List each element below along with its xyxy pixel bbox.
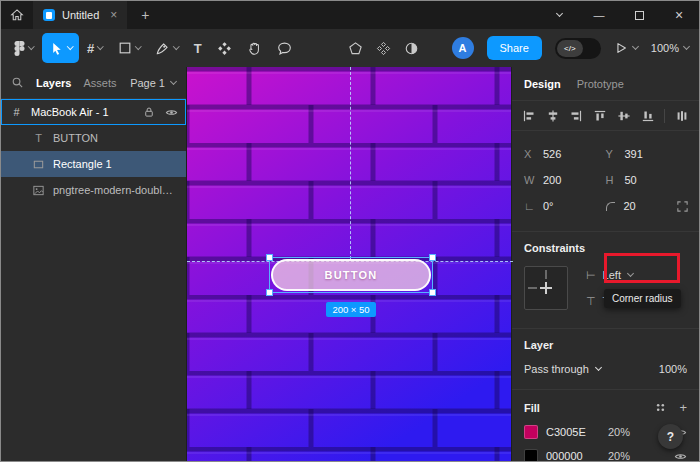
rectangle-layer-icon [31,158,46,171]
window-close-button[interactable]: × [659,1,699,29]
mask-button[interactable] [404,41,419,56]
h-label: H [606,174,616,186]
y-position-field[interactable]: Y 391 [606,148,688,160]
resize-handle-bottom-left[interactable] [266,289,273,296]
text-tool-button[interactable]: T [187,33,209,63]
layer-name: MacBook Air - 1 [31,106,136,118]
window-maximize-button[interactable] [619,1,659,29]
align-bottom-icon[interactable] [641,109,655,123]
lock-icon[interactable] [143,106,155,119]
layer-row-macbook-air[interactable]: # MacBook Air - 1 [1,99,186,125]
play-icon [614,41,628,55]
layer-row-button-text[interactable]: T BUTTON [1,125,186,151]
x-position-field[interactable]: X 526 [524,148,606,160]
shape-tool-button[interactable] [111,33,148,63]
layer-section: Layer Pass through 100% [512,328,699,389]
tab-close-icon[interactable]: × [110,8,117,22]
add-fill-icon[interactable]: + [679,400,687,415]
y-label: Y [606,148,616,160]
height-field[interactable]: H 50 [606,174,688,186]
rectangle-tool-icon [118,41,132,55]
rotation-field[interactable]: ∟ 0° [524,200,606,212]
fill-hex-value[interactable]: C3005E [546,426,608,438]
layer-name: BUTTON [53,132,178,144]
styles-icon[interactable] [654,401,667,414]
frame-tool-button[interactable]: # [80,33,110,63]
move-tool-button[interactable] [42,33,80,63]
layer-name: Rectangle 1 [53,158,178,170]
help-button[interactable]: ? [658,424,683,449]
file-tab-title: Untitled [62,9,99,21]
layer-row-image[interactable]: pngtree-modern-double-color... [1,177,186,203]
pen-tool-button[interactable] [148,33,186,63]
corner-radius-icon [606,202,615,211]
layer-section-title: Layer [524,339,687,351]
alignment-divider [664,109,665,123]
blend-mode-value: Pass through [524,363,589,375]
color-swatch[interactable] [524,425,538,439]
create-component-button[interactable] [376,41,391,56]
w-label: W [524,174,534,186]
eye-icon[interactable] [165,106,178,119]
color-swatch[interactable] [524,449,538,462]
constraints-widget[interactable] [524,266,568,310]
annotation-highlight-box [604,253,680,283]
resize-handle-top-left[interactable] [266,254,273,261]
dev-mode-toggle[interactable]: </> [555,38,601,59]
zoom-menu[interactable]: 100% [651,42,689,54]
align-left-icon[interactable] [522,109,536,123]
search-icon[interactable] [11,76,24,89]
fill-row-2[interactable]: 000000 20% [524,449,687,462]
resize-handle-bottom-right[interactable] [429,289,436,296]
figma-logo-icon [14,41,25,56]
fill-opacity-value[interactable]: 20% [608,450,630,462]
selection-outline [269,257,433,293]
width-field[interactable]: W 200 [524,174,606,186]
layer-row-rectangle-1[interactable]: Rectangle 1 [1,151,186,177]
hand-tool-button[interactable] [240,33,269,63]
resize-handle-top-right[interactable] [429,254,436,261]
fill-opacity-value[interactable]: 20% [608,426,630,438]
edit-object-button[interactable] [348,41,363,56]
figma-file-icon [43,9,55,21]
main-menu-button[interactable] [7,33,41,63]
properties-section: X 526 Y 391 W 200 H 50 [512,131,699,231]
image-layer-icon [31,184,46,197]
present-button[interactable] [614,41,638,55]
fill-section-title: Fill [524,402,540,414]
layer-opacity-field[interactable]: 100% [659,363,687,375]
pen-icon [155,41,170,56]
tab-layers[interactable]: Layers [36,77,71,89]
tab-prototype[interactable]: Prototype [577,78,624,90]
layer-row-actions [143,106,178,119]
resources-tool-button[interactable] [210,33,239,63]
fill-hex-value[interactable]: 000000 [546,450,608,462]
window-minimize-button[interactable]: — [579,1,619,29]
align-right-icon[interactable] [569,109,583,123]
canvas[interactable]: BUTTON 200 × 50 [187,67,513,461]
text-tool-icon: T [194,41,202,56]
size-label: 200 × 50 [326,302,375,317]
fill-visibility-eye-icon[interactable] [674,450,687,462]
corner-radius-field[interactable]: 20 [606,200,688,212]
blend-mode-dropdown[interactable]: Pass through [524,363,601,375]
tools-left: # T [1,33,299,63]
home-icon[interactable] [1,1,33,29]
share-button[interactable]: Share [487,36,542,60]
independent-corners-icon[interactable] [676,200,689,213]
tab-overflow-chevron-icon[interactable] [539,1,579,29]
new-tab-button[interactable]: + [141,7,149,23]
tab-assets[interactable]: Assets [83,77,116,89]
distribute-icon[interactable] [675,109,689,123]
avatar[interactable]: A [452,37,474,59]
tab-design[interactable]: Design [524,78,561,90]
maximize-icon [635,11,644,20]
comment-tool-button[interactable] [270,33,299,63]
file-tab[interactable]: Untitled × [33,1,127,29]
layer-name: pngtree-modern-double-color... [53,184,178,196]
align-horizontal-center-icon[interactable] [546,109,560,123]
align-top-icon[interactable] [593,109,607,123]
tools-right: A Share </> 100% [348,36,700,60]
page-selector[interactable]: Page 1 [130,77,176,89]
align-vertical-center-icon[interactable] [617,109,631,123]
